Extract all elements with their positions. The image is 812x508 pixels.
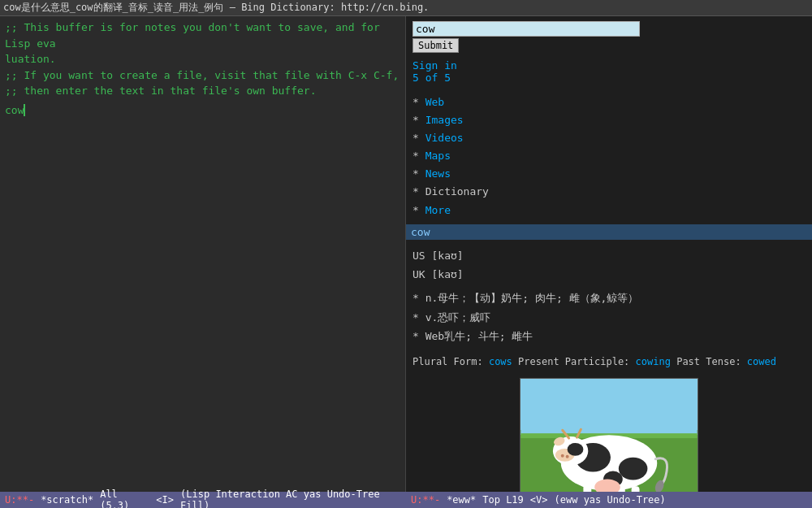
nav-web[interactable]: Web bbox=[425, 96, 444, 108]
svg-point-13 bbox=[568, 443, 584, 456]
right-mode-indicator: U:**- bbox=[411, 494, 440, 506]
svg-rect-0 bbox=[520, 379, 697, 435]
cowing-link[interactable]: cowing bbox=[636, 356, 671, 367]
plural-form-label: Plural Form: bbox=[412, 356, 489, 367]
past-tense-label: Past Tense: bbox=[676, 356, 747, 367]
def-noun: * n.母牛；【动】奶牛; 肉牛; 雌（象,鲸等） bbox=[412, 289, 806, 307]
nav-news[interactable]: News bbox=[425, 167, 451, 180]
left-modes: (Lisp Interaction AC yas Undo-Tree Fill) bbox=[180, 488, 401, 508]
comment-line-1: ;; This buffer is for notes you don't wa… bbox=[5, 20, 400, 51]
main-area: ;; This buffer is for notes you don't wa… bbox=[0, 16, 812, 492]
right-mode-2: <V> bbox=[530, 494, 548, 506]
left-position: All (5,3) bbox=[100, 488, 149, 508]
submit-button[interactable]: Submit bbox=[412, 38, 459, 53]
phonetic-us: US [kaʊ] bbox=[412, 246, 806, 265]
result-count: 5 of 5 bbox=[412, 72, 451, 84]
svg-point-10 bbox=[566, 455, 569, 458]
nav-images[interactable]: Images bbox=[425, 114, 464, 126]
right-status-bar: U:**- *eww* Top L19 <V> (eww yas Undo-Tr… bbox=[406, 492, 812, 508]
def-web: * Web乳牛; 斗牛; 雌牛 bbox=[412, 327, 806, 345]
sign-in-link[interactable]: Sign in bbox=[412, 59, 457, 72]
cow-svg bbox=[520, 379, 698, 492]
plural-form-section: Plural Form: cows Present Participle: co… bbox=[406, 351, 812, 373]
nav-more[interactable]: More bbox=[425, 204, 451, 216]
dict-content: US [kaʊ] UK [kaʊ] * n.母牛；【动】奶牛; 肉牛; 雌（象,… bbox=[406, 241, 812, 351]
nav-videos[interactable]: Videos bbox=[425, 132, 464, 144]
status-area: U:**- *scratch* All (5,3) <I> (Lisp Inte… bbox=[0, 492, 812, 508]
svg-rect-17 bbox=[583, 484, 591, 492]
nav-section: * Web * Images * Videos * Maps * News * … bbox=[406, 90, 812, 223]
search-input[interactable] bbox=[412, 21, 640, 37]
title-text: cow是什么意思_cow的翻译_音标_读音_用法_例句 — Bing Dicti… bbox=[3, 2, 429, 13]
comment-line-4: ;; then enter the text in that file's ow… bbox=[5, 83, 400, 99]
left-mode-2: <I> bbox=[156, 494, 174, 506]
plural-cows-link[interactable]: cows bbox=[489, 356, 512, 367]
title-bar: cow是什么意思_cow的翻译_音标_读音_用法_例句 — Bing Dicti… bbox=[0, 0, 812, 16]
sign-in-area: Sign in 5 of 5 bbox=[406, 58, 812, 87]
right-position: Top L19 bbox=[482, 494, 524, 506]
svg-rect-23 bbox=[632, 486, 640, 492]
phonetic-uk: UK [kaʊ] bbox=[412, 265, 806, 284]
svg-point-5 bbox=[619, 458, 648, 480]
right-modes: (eww yas Undo-Tree) bbox=[555, 494, 666, 506]
left-mode-indicator: U:**- bbox=[5, 494, 34, 506]
comment-line-2: luation. bbox=[5, 51, 400, 67]
nav-dictionary: Dictionary bbox=[425, 185, 489, 198]
nav-maps[interactable]: Maps bbox=[425, 150, 451, 162]
svg-point-9 bbox=[561, 454, 564, 458]
search-area: Submit bbox=[406, 16, 812, 58]
bing-dict-panel[interactable]: Submit Sign in 5 of 5 * Web * Images * V… bbox=[406, 16, 812, 492]
cow-image-container bbox=[406, 373, 812, 492]
left-status-bar: U:**- *scratch* All (5,3) <I> (Lisp Inte… bbox=[0, 492, 406, 508]
right-buffer-name: *eww* bbox=[447, 494, 476, 506]
def-verb: * v.恐吓；威吓 bbox=[412, 308, 806, 327]
emacs-scratch-panel[interactable]: ;; This buffer is for notes you don't wa… bbox=[0, 16, 406, 492]
left-buffer-name: *scratch* bbox=[41, 494, 93, 506]
comment-line-3: ;; If you want to create a file, visit t… bbox=[5, 67, 400, 84]
word-header-text: cow bbox=[411, 226, 430, 238]
cowed-link[interactable]: cowed bbox=[747, 356, 776, 367]
present-participle-label: Present Participle: bbox=[518, 356, 636, 367]
cow-image bbox=[520, 378, 698, 492]
word-header: cow bbox=[406, 224, 812, 240]
scratch-input[interactable]: cow bbox=[5, 104, 400, 116]
